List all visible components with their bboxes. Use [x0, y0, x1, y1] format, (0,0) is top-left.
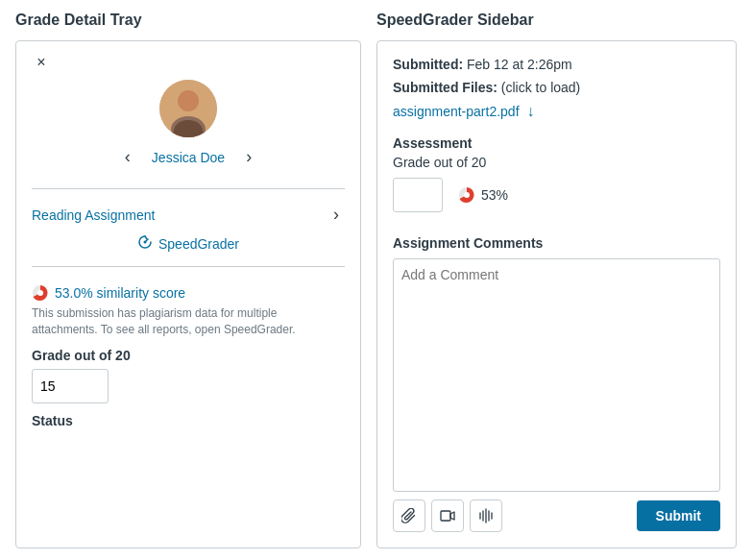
comment-textarea[interactable] [393, 258, 720, 492]
attach-file-button[interactable] [393, 499, 425, 532]
download-icon[interactable]: ↓ [527, 103, 535, 120]
speedgrader-card: Submitted: Feb 12 at 2:26pm Submitted Fi… [376, 40, 737, 548]
left-panel: Grade Detail Tray × ‹ Jessica Doe › [15, 12, 361, 548]
status-label: Status [32, 413, 345, 428]
similarity-score-link[interactable]: 53.0% similarity score [55, 285, 185, 301]
avatar [159, 80, 217, 137]
grade-row: 53% [393, 178, 720, 212]
avatar-section: ‹ Jessica Doe › [32, 80, 345, 169]
speedgrader-row: SpeedGrader [32, 231, 345, 256]
student-name[interactable]: Jessica Doe [152, 150, 225, 165]
grade-detail-card: × ‹ Jessica Doe › [15, 40, 361, 548]
submitted-value: Feb 12 at 2:26pm [467, 57, 572, 72]
audio-icon [478, 508, 494, 523]
submission-info: Submitted: Feb 12 at 2:26pm [393, 57, 720, 72]
similarity-pie-icon [32, 284, 49, 302]
similarity-badge: 53% [458, 186, 508, 204]
assessment-section: Assessment Grade out of 20 53% [393, 135, 720, 224]
close-button[interactable]: × [32, 53, 51, 72]
paperclip-icon [401, 508, 417, 523]
svg-point-3 [179, 91, 198, 110]
right-similarity-icon [458, 186, 475, 204]
files-label: Submitted Files: [393, 80, 497, 95]
comments-section: Assignment Comments [393, 235, 720, 532]
next-student-button[interactable]: › [240, 145, 257, 169]
submitted-files-row: Submitted Files: (click to load) [393, 80, 720, 95]
grade-detail-title: Grade Detail Tray [15, 12, 361, 29]
assignment-row: Reading Assignment › [32, 199, 345, 231]
divider-1 [32, 188, 345, 189]
files-hint: (click to load) [501, 80, 580, 95]
svg-point-8 [464, 192, 470, 198]
plagiarism-note: This submission has plagiarism data for … [32, 305, 345, 338]
divider-2 [32, 266, 345, 267]
right-similarity-pct: 53% [481, 187, 508, 203]
svg-rect-9 [441, 511, 450, 521]
attachment-icons [393, 499, 502, 532]
grade-out-of: Grade out of 20 [393, 155, 720, 170]
assessment-label: Assessment [393, 135, 720, 151]
file-link[interactable]: assignment-part2.pdf [393, 104, 520, 119]
submit-comment-button[interactable]: Submit [637, 500, 720, 531]
speedgrader-link[interactable]: SpeedGrader [158, 236, 239, 252]
attach-audio-button[interactable] [470, 499, 502, 532]
grade-input[interactable] [32, 369, 109, 403]
grade-out-of-label: Grade out of 20 [32, 348, 345, 363]
speedgrader-icon [137, 234, 153, 253]
svg-point-4 [143, 241, 146, 244]
svg-point-6 [37, 290, 43, 296]
attach-video-button[interactable] [431, 499, 464, 532]
similarity-section: 53.0% similarity score [32, 284, 345, 302]
assignment-link[interactable]: Reading Assignment [32, 207, 155, 223]
student-nav: ‹ Jessica Doe › [119, 145, 257, 169]
prev-student-button[interactable]: ‹ [119, 145, 136, 169]
comments-label: Assignment Comments [393, 235, 720, 251]
submitted-label: Submitted: [393, 57, 463, 72]
file-row: assignment-part2.pdf ↓ [393, 103, 720, 120]
comment-footer: Submit [393, 499, 720, 532]
grade-box[interactable] [393, 178, 443, 212]
speedgrader-sidebar-title: SpeedGrader Sidebar [376, 12, 737, 29]
assignment-arrow[interactable]: › [327, 203, 345, 227]
right-panel: SpeedGrader Sidebar Submitted: Feb 12 at… [376, 12, 737, 548]
video-icon [440, 508, 455, 523]
